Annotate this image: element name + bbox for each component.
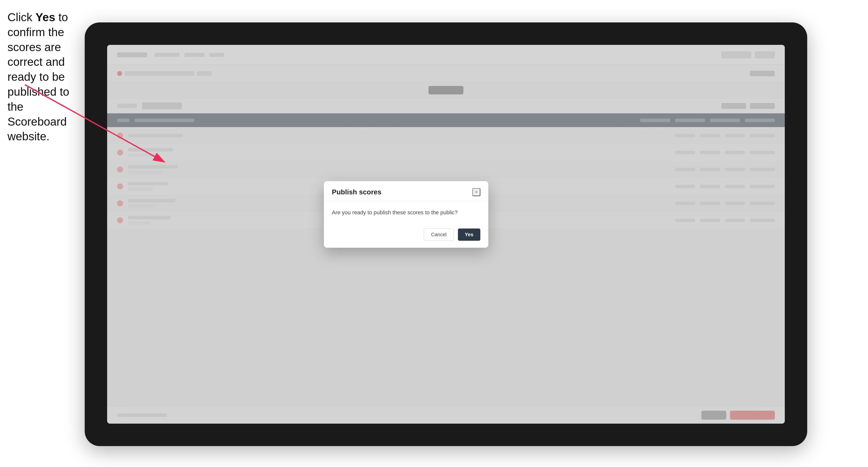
instruction-part1: Click (7, 11, 35, 24)
publish-scores-dialog: Publish scores × Are you ready to publis… (324, 181, 488, 248)
instruction-part2: to confirm the scores are correct and re… (7, 11, 69, 143)
modal-message: Are you ready to publish these scores to… (332, 208, 480, 217)
modal-title: Publish scores (332, 188, 381, 196)
yes-button[interactable]: Yes (458, 228, 480, 241)
instruction-bold: Yes (35, 11, 55, 24)
tablet-screen: Publish scores × Are you ready to publis… (107, 45, 785, 424)
tablet-device: Publish scores × Are you ready to publis… (85, 23, 807, 446)
modal-header: Publish scores × (324, 181, 488, 201)
modal-body: Are you ready to publish these scores to… (324, 201, 488, 223)
modal-overlay: Publish scores × Are you ready to publis… (107, 45, 785, 424)
modal-close-button[interactable]: × (472, 188, 480, 196)
cancel-button[interactable]: Cancel (424, 228, 454, 241)
instruction-text: Click Yes to confirm the scores are corr… (7, 10, 80, 144)
modal-footer: Cancel Yes (324, 223, 488, 248)
